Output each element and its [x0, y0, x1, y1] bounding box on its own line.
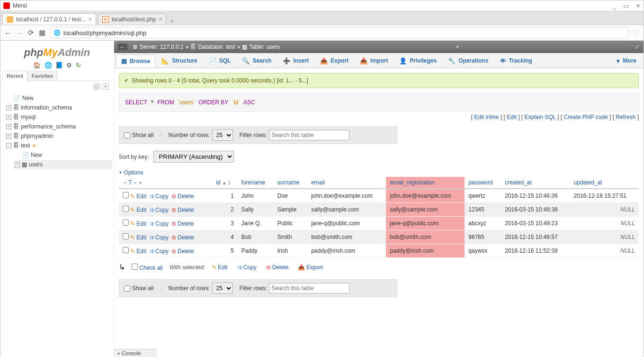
forward-button[interactable]: → [16, 29, 23, 37]
col-actions[interactable]: ←T→ ▾ [119, 177, 212, 189]
table-link[interactable]: users [266, 44, 280, 50]
collapse-icon[interactable]: − [6, 143, 11, 148]
col-email-registration[interactable]: email_registration [386, 177, 465, 189]
reload-tree-icon[interactable]: ↻ [76, 62, 81, 69]
database-link[interactable]: test [226, 44, 235, 50]
menu-button[interactable]: Menü [13, 2, 27, 9]
num-rows-select[interactable]: 25 [212, 129, 233, 141]
tree-new[interactable]: 📄New [6, 93, 112, 103]
expand-icon[interactable]: + [6, 115, 11, 120]
row-edit-button[interactable]: Edit [130, 234, 146, 241]
nav-left-icon[interactable]: ← [118, 44, 127, 50]
close-button[interactable]: ✕ [635, 2, 641, 9]
tab-more[interactable]: ▾More [611, 55, 642, 67]
col-surname[interactable]: surname [274, 177, 308, 189]
speed-dial-button[interactable]: ▦ [39, 28, 45, 37]
filter-input[interactable] [269, 283, 349, 293]
tree-db[interactable]: +🗄information_schema [6, 103, 112, 112]
home-icon[interactable]: 🏠 [33, 62, 41, 69]
php-link[interactable]: Create PHP code [564, 114, 608, 120]
row-checkbox[interactable] [123, 206, 129, 212]
tab-import[interactable]: 📥Import [355, 55, 393, 67]
row-delete-button[interactable]: Delete [171, 248, 194, 255]
tree-db[interactable]: +🗄mysql [6, 112, 112, 122]
row-checkbox[interactable] [123, 192, 129, 198]
check-all-checkbox[interactable] [132, 264, 138, 270]
page-settings-icon[interactable]: ✶ [455, 44, 460, 50]
expand-icon[interactable]: + [15, 162, 20, 167]
col-email[interactable]: email [307, 177, 386, 189]
refresh-link[interactable]: Refresh [616, 114, 635, 120]
col-id[interactable]: id ▲ 1 [212, 177, 238, 189]
url-input[interactable] [63, 29, 625, 37]
tab-structure[interactable]: 📐Structure [156, 55, 202, 67]
col-forename[interactable]: forename [238, 177, 274, 189]
row-checkbox[interactable] [123, 247, 129, 253]
browser-tab[interactable]: X localhost/test.php × [98, 13, 166, 25]
row-checkbox[interactable] [123, 233, 129, 239]
tab-insert[interactable]: ➕Insert [277, 55, 314, 67]
row-edit-button[interactable]: Edit [130, 207, 146, 213]
filter-input[interactable] [269, 130, 349, 140]
tree-db[interactable]: +🗄phpmyadmin [6, 131, 112, 141]
bookmark-button[interactable]: ♡ [633, 28, 640, 37]
link-icon[interactable]: ⚭ [102, 83, 109, 90]
row-delete-button[interactable]: Delete [171, 220, 194, 227]
tree-db-test[interactable]: −🗄test★ [6, 141, 112, 150]
tree-db[interactable]: +🗄performance_schema [6, 122, 112, 131]
num-rows-select[interactable]: 25 [212, 283, 233, 294]
page-collapse-icon[interactable]: ⤢ [635, 44, 640, 50]
show-all-checkbox[interactable] [124, 132, 130, 138]
row-copy-button[interactable]: Copy [149, 220, 169, 227]
maximize-button[interactable]: ▭ [623, 2, 629, 9]
table-row[interactable]: EditCopyDelete2SallySamplesally@sample.c… [119, 203, 639, 217]
tab-operations[interactable]: 🔧Operations [443, 55, 493, 67]
docs-icon[interactable]: 📘 [55, 62, 63, 69]
row-edit-button[interactable]: Edit [130, 193, 146, 200]
edit-link[interactable]: Edit [507, 114, 517, 120]
expand-icon[interactable]: + [6, 105, 11, 110]
server-link[interactable]: 127.0.0.1 [160, 44, 184, 50]
tab-close-icon[interactable]: × [159, 16, 162, 23]
console-toggle[interactable]: ▪Console [114, 349, 157, 357]
table-row[interactable]: EditCopyDelete3Jane Q.Publicjane-q@publi… [119, 217, 639, 230]
new-tab-button[interactable]: + [166, 17, 178, 25]
row-copy-button[interactable]: Copy [149, 193, 169, 200]
minimize-button[interactable]: ⎯ [613, 2, 617, 9]
bulk-edit-button[interactable]: Edit [212, 264, 228, 271]
col-password[interactable]: password [465, 177, 501, 189]
bulk-delete-button[interactable]: Delete [266, 264, 289, 271]
tab-privileges[interactable]: 👤Privileges [394, 55, 442, 67]
row-delete-button[interactable]: Delete [171, 193, 194, 200]
row-copy-button[interactable]: Copy [149, 234, 169, 241]
row-edit-button[interactable]: Edit [130, 248, 146, 255]
edit-inline-link[interactable]: Edit inline [474, 114, 499, 120]
bulk-export-button[interactable]: 📤 Export [298, 264, 323, 271]
row-copy-button[interactable]: Copy [149, 248, 169, 255]
tab-tracking[interactable]: 👁Tracking [495, 55, 537, 67]
logout-icon[interactable]: 🌐 [45, 62, 52, 69]
recent-tab[interactable]: Recent [2, 71, 27, 81]
row-checkbox[interactable] [123, 220, 129, 226]
tree-table-users[interactable]: +▦users [15, 160, 112, 169]
tab-export[interactable]: 📤Export [315, 55, 354, 67]
collapse-all-icon[interactable]: ⊟ [93, 83, 100, 90]
expand-icon[interactable]: + [6, 124, 11, 129]
table-row[interactable]: EditCopyDelete4BobSmithbob@smith.combob@… [119, 230, 639, 244]
tab-close-icon[interactable]: × [89, 16, 92, 23]
table-row[interactable]: EditCopyDelete1JohnDoejohn.doe@example.c… [119, 189, 639, 203]
back-button[interactable]: ← [4, 29, 11, 37]
tab-sql[interactable]: 📄SQL [204, 55, 236, 67]
col-created-at[interactable]: created_at [501, 177, 570, 189]
row-delete-button[interactable]: Delete [171, 234, 194, 241]
expand-icon[interactable]: + [6, 134, 11, 139]
options-toggle[interactable]: + Options [119, 169, 639, 176]
row-delete-button[interactable]: Delete [171, 207, 194, 213]
favorites-tab[interactable]: Favorites [27, 71, 57, 81]
reload-button[interactable]: ⟳ [28, 28, 34, 37]
col-updated-at[interactable]: updated_at [570, 177, 639, 189]
tab-search[interactable]: 🔍Search [237, 55, 277, 67]
table-row[interactable]: EditCopyDelete5PaddyIrishpaddy@irish.com… [119, 244, 639, 258]
row-copy-button[interactable]: Copy [149, 207, 169, 213]
tab-browse[interactable]: ▦Browse [116, 55, 155, 67]
